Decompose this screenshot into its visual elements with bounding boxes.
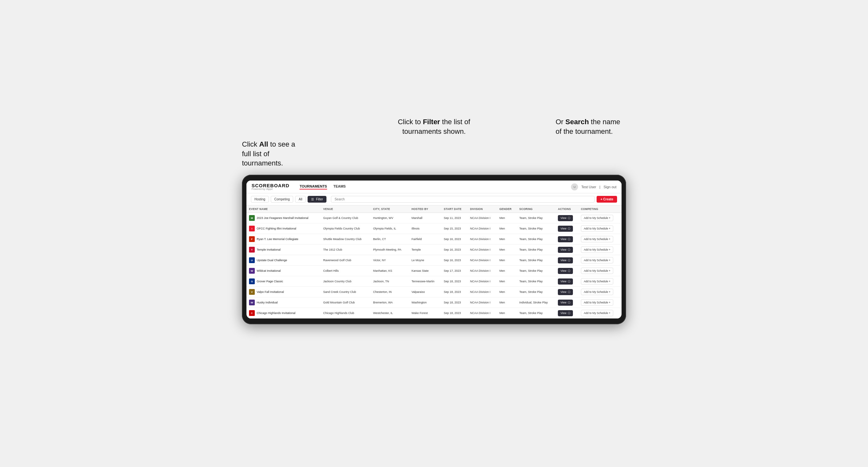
team-logo-icon: I — [249, 226, 255, 231]
add-schedule-button[interactable]: Add to My Schedule + — [581, 225, 613, 232]
view-button[interactable]: View ⓘ — [558, 257, 572, 263]
cell-competing: Add to My Schedule + — [578, 223, 622, 234]
cell-division: NCAA Division I — [468, 245, 497, 255]
col-scoring: SCORING — [517, 206, 556, 213]
view-button[interactable]: View ⓘ — [558, 278, 572, 285]
cell-city-state: Huntington, WV — [371, 213, 409, 223]
cell-venue: Gold Mountain Golf Club — [321, 298, 371, 308]
event-name-text: Temple Invitational — [257, 248, 281, 251]
col-venue: VENUE — [321, 206, 371, 213]
view-button[interactable]: View ⓘ — [558, 226, 572, 232]
cell-division: NCAA Division I — [468, 287, 497, 298]
cell-event-name: C Chicago Highlands Invitational — [246, 308, 321, 318]
view-button[interactable]: View ⓘ — [558, 236, 572, 242]
add-schedule-button[interactable]: Add to My Schedule + — [581, 236, 613, 242]
view-button[interactable]: View ⓘ — [558, 289, 572, 295]
app-logo-title: SCOREBOARD — [252, 183, 289, 188]
cell-gender: Men — [497, 266, 517, 276]
add-schedule-button[interactable]: Add to My Schedule + — [581, 246, 613, 253]
cell-start-date: Sep 17, 2023 — [441, 266, 467, 276]
add-schedule-button[interactable]: Add to My Schedule + — [581, 278, 613, 285]
search-input[interactable] — [331, 196, 595, 203]
cell-competing: Add to My Schedule + — [578, 245, 622, 255]
cell-scoring: Team, Stroke Play — [517, 276, 556, 287]
cell-competing: Add to My Schedule + — [578, 298, 622, 308]
cell-event-name: U Upstate Dual Challenge — [246, 255, 321, 266]
header-separator: | — [599, 185, 600, 189]
sign-out-link[interactable]: Sign out — [603, 185, 616, 189]
tab-hosting[interactable]: Hosting — [251, 196, 269, 203]
cell-scoring: Team, Stroke Play — [517, 308, 556, 318]
add-schedule-button[interactable]: Add to My Schedule + — [581, 215, 613, 221]
cell-event-name: W Wildcat Invitational — [246, 266, 321, 276]
event-name-text: Valpo Fall Invitational — [257, 290, 284, 293]
cell-event-name: V Valpo Fall Invitational — [246, 287, 321, 298]
team-logo-icon: M — [249, 215, 255, 221]
table-row: T Temple Invitational The 1912 Club Plym… — [246, 245, 622, 255]
create-button[interactable]: + Create — [597, 196, 617, 203]
event-name-text: Husky Individual — [257, 301, 278, 304]
view-button[interactable]: View ⓘ — [558, 300, 572, 306]
cell-venue: Jackson Country Club — [321, 276, 371, 287]
toolbar: Hosting Competing All ☰ Filter + Create — [246, 193, 622, 206]
cell-city-state: Bremerton, WA — [371, 298, 409, 308]
col-start-date: START DATE — [441, 206, 467, 213]
cell-hosted-by: Wake Forest — [409, 308, 441, 318]
tab-all[interactable]: All — [295, 196, 306, 203]
add-schedule-button[interactable]: Add to My Schedule + — [581, 289, 613, 295]
app-header: SCOREBOARD Powered by clippd TOURNAMENTS… — [246, 181, 622, 193]
cell-start-date: Sep 18, 2023 — [441, 276, 467, 287]
cell-venue: Colbert Hills — [321, 266, 371, 276]
cell-actions: View ⓘ — [555, 245, 578, 255]
col-division: DIVISION — [468, 206, 497, 213]
cell-scoring: Team, Stroke Play — [517, 213, 556, 223]
col-event-name: EVENT NAME — [246, 206, 321, 213]
cell-city-state: Westchester, IL — [371, 308, 409, 318]
view-button[interactable]: View ⓘ — [558, 215, 572, 221]
cell-start-date: Sep 18, 2023 — [441, 287, 467, 298]
cell-scoring: Team, Stroke Play — [517, 234, 556, 245]
cell-venue: Guyan Golf & Country Club — [321, 213, 371, 223]
add-schedule-button[interactable]: Add to My Schedule + — [581, 257, 613, 263]
filter-button[interactable]: ☰ Filter — [308, 196, 327, 203]
add-schedule-button[interactable]: Add to My Schedule + — [581, 310, 613, 316]
cell-event-name: I OFCC Fighting Illini Invitational — [246, 223, 321, 234]
cell-division: NCAA Division I — [468, 223, 497, 234]
cell-city-state: Plymouth Meeting, PA — [371, 245, 409, 255]
cell-gender: Men — [497, 245, 517, 255]
col-gender: GENDER — [497, 206, 517, 213]
event-name-text: Ryan T. Lee Memorial Collegiate — [257, 238, 298, 241]
cell-division: NCAA Division I — [468, 255, 497, 266]
cell-division: NCAA Division I — [468, 266, 497, 276]
view-info-icon: ⓘ — [568, 280, 570, 283]
table-row: W Husky Individual Gold Mountain Golf Cl… — [246, 298, 622, 308]
view-info-icon: ⓘ — [568, 269, 570, 273]
cell-hosted-by: Marshall — [409, 213, 441, 223]
view-info-icon: ⓘ — [568, 227, 570, 230]
cell-venue: Chicago Highlands Club — [321, 308, 371, 318]
tablet-screen: SCOREBOARD Powered by clippd TOURNAMENTS… — [246, 181, 622, 318]
annotation-top-left: Click All to see a full list of tourname… — [242, 139, 306, 168]
event-name-text: Upstate Dual Challenge — [257, 259, 287, 262]
view-button[interactable]: View ⓘ — [558, 268, 572, 274]
nav-teams[interactable]: TEAMS — [334, 184, 346, 189]
cell-start-date: Sep 16, 2023 — [441, 234, 467, 245]
col-city-state: CITY, STATE — [371, 206, 409, 213]
cell-venue: The 1912 Club — [321, 245, 371, 255]
cell-gender: Men — [497, 255, 517, 266]
team-logo-icon: U — [249, 257, 255, 263]
cell-hosted-by: Le Moyne — [409, 255, 441, 266]
event-name-text: Grover Page Classic — [257, 280, 283, 283]
add-schedule-button[interactable]: Add to My Schedule + — [581, 299, 613, 306]
view-button[interactable]: View ⓘ — [558, 310, 572, 316]
nav-tournaments[interactable]: TOURNAMENTS — [300, 184, 327, 189]
cell-venue: Sand Creek Country Club — [321, 287, 371, 298]
event-name-text: 2023 Joe Feaganes Marshall Invitational — [257, 216, 309, 220]
team-logo-icon: C — [249, 310, 255, 316]
cell-division: NCAA Division I — [468, 276, 497, 287]
tab-competing[interactable]: Competing — [271, 196, 293, 203]
add-schedule-button[interactable]: Add to My Schedule + — [581, 268, 613, 274]
cell-hosted-by: Tennessee-Martin — [409, 276, 441, 287]
view-button[interactable]: View ⓘ — [558, 247, 572, 253]
cell-division: NCAA Division I — [468, 298, 497, 308]
